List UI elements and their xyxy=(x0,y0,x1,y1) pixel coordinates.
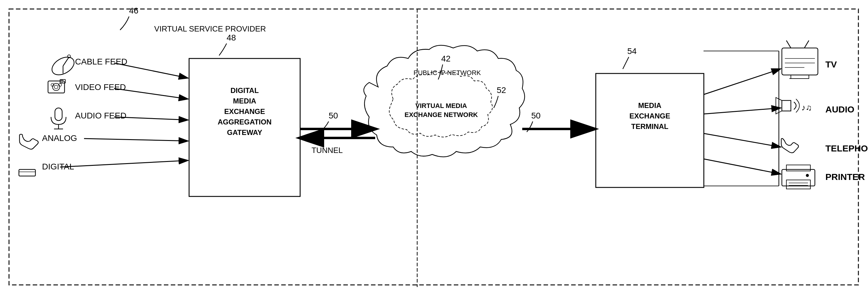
svg-rect-30 xyxy=(786,165,810,171)
audio-arrow xyxy=(704,108,780,114)
analog-label: ANALOG xyxy=(42,133,77,143)
tunnel-label: TUNNEL xyxy=(312,146,343,155)
ref-54-line xyxy=(623,57,629,69)
printer-arrow xyxy=(704,159,780,174)
cable-feed-arrow xyxy=(114,63,188,78)
ref-50-left-label: 50 xyxy=(329,111,338,120)
tv-arrow xyxy=(704,69,780,95)
ref-48-label: 48 xyxy=(227,33,236,42)
dmeag-line1: DIGITAL xyxy=(230,86,259,95)
ref-52-line xyxy=(494,96,498,108)
svg-rect-31 xyxy=(786,180,810,189)
diagram-container: 46 VIRTUAL SERVICE PROVIDER xyxy=(0,0,868,296)
ref-46-label: 46 xyxy=(129,6,138,15)
camera-icon xyxy=(48,79,65,93)
printer-icon xyxy=(782,165,815,189)
ref-50-right-label: 50 xyxy=(531,111,540,120)
ref-54-label: 54 xyxy=(627,46,637,56)
svg-rect-26 xyxy=(782,100,791,111)
dmeag-line2: MEDIA xyxy=(233,97,256,105)
svg-rect-14 xyxy=(19,169,35,176)
dmeag-line5: GATEWAY xyxy=(227,128,262,136)
digital-icon xyxy=(19,169,35,176)
video-feed-label: VIDEO FEED xyxy=(75,83,126,92)
ref-50-right-line xyxy=(527,122,533,132)
met-line1: MEDIA xyxy=(638,101,661,109)
met-line3: TERMINAL xyxy=(631,122,669,130)
svg-line-21 xyxy=(786,40,791,48)
telephone-arrow xyxy=(704,133,780,147)
telephone-handset-icon xyxy=(20,134,38,150)
digital-arrow xyxy=(60,160,188,167)
svg-line-1 xyxy=(63,57,69,66)
tv-label: TV xyxy=(826,59,837,69)
met-line2: EXCHANGE xyxy=(629,112,670,120)
svg-point-6 xyxy=(54,85,58,89)
video-feed-arrow xyxy=(114,89,188,99)
dmeag-box xyxy=(189,59,300,196)
svg-rect-19 xyxy=(791,75,809,78)
ref-42-label: 42 xyxy=(441,54,451,63)
svg-rect-29 xyxy=(782,169,815,186)
dmeag-line3: EXCHANGE xyxy=(224,107,265,116)
ref-48-line xyxy=(219,43,227,56)
outer-border xyxy=(9,9,858,285)
microphone-icon xyxy=(51,108,66,129)
ref-52-label: 52 xyxy=(497,86,506,95)
svg-text:♪♫: ♪♫ xyxy=(801,103,812,112)
svg-point-34 xyxy=(806,174,809,177)
ref-46-line xyxy=(120,17,129,30)
svg-rect-18 xyxy=(782,48,818,75)
audio-icon: ♪♫ xyxy=(776,97,812,114)
telephone-label: TELEPHONE xyxy=(826,143,868,153)
printer-label: PRINTER xyxy=(826,172,865,182)
satellite-dish-icon xyxy=(49,54,77,78)
audio-feed-label: AUDIO FEED xyxy=(75,111,126,120)
vmen-line1: VIRTUAL MEDIA xyxy=(415,102,467,109)
met-box xyxy=(596,73,704,188)
vmen-line2: EXCHANGE NETWORK xyxy=(405,111,478,119)
svg-rect-11 xyxy=(55,108,62,121)
vsp-label: VIRTUAL SERVICE PROVIDER xyxy=(154,24,266,33)
ref-50-left-line xyxy=(320,122,329,132)
svg-line-22 xyxy=(804,40,809,48)
telephone-icon xyxy=(781,138,799,153)
audio-label: AUDIO xyxy=(826,104,855,114)
tv-icon xyxy=(782,40,818,78)
analog-arrow xyxy=(84,138,188,141)
cable-feed-label: CABLE FEED xyxy=(75,57,127,66)
dmeag-line4: AGGREGATION xyxy=(218,118,272,126)
